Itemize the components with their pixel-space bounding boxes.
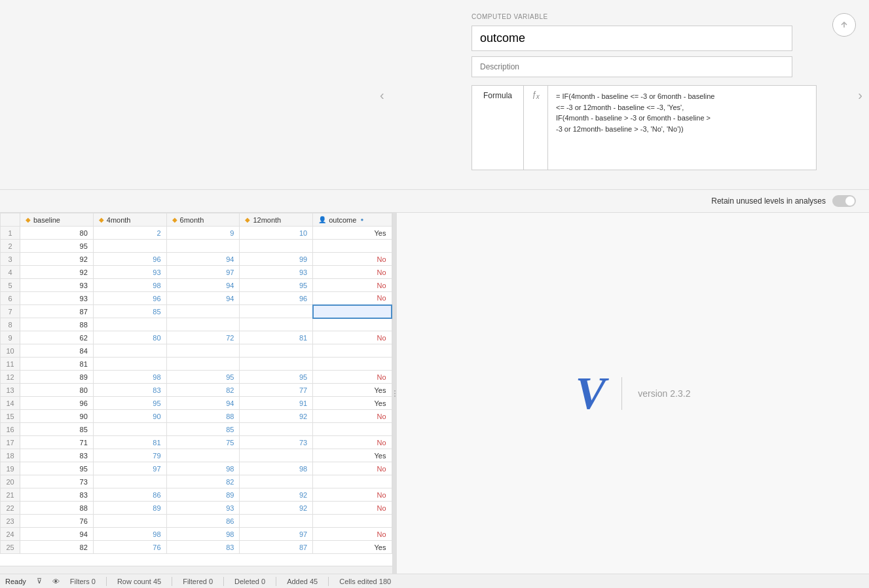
cell-12month[interactable] — [240, 318, 313, 331]
table-row[interactable]: 237686 — [1, 515, 392, 528]
cell-4month[interactable]: 93 — [93, 266, 166, 279]
cell-baseline[interactable]: 94 — [20, 528, 94, 541]
cell-4month[interactable]: 86 — [93, 488, 166, 502]
table-row[interactable]: 1590908892No — [1, 410, 392, 423]
cell-baseline[interactable]: 76 — [20, 515, 94, 528]
table-row[interactable]: 1496959491Yes — [1, 397, 392, 410]
cell-4month[interactable] — [93, 240, 166, 253]
cell-outcome[interactable]: No — [313, 502, 392, 515]
up-button[interactable] — [832, 13, 856, 37]
cell-6month[interactable] — [166, 240, 240, 253]
table-row[interactable]: 1289989595No — [1, 371, 392, 384]
col-header-baseline[interactable]: ◆ baseline — [20, 213, 94, 227]
cell-outcome[interactable]: No — [313, 253, 392, 266]
cell-4month[interactable]: 96 — [93, 292, 166, 305]
cell-baseline[interactable]: 62 — [20, 331, 94, 344]
table-row[interactable]: 1084 — [1, 344, 392, 358]
cell-outcome[interactable] — [313, 305, 392, 318]
cell-12month[interactable] — [240, 305, 313, 318]
cell-4month[interactable] — [93, 358, 166, 371]
cell-baseline[interactable]: 80 — [20, 227, 94, 240]
cell-outcome[interactable]: Yes — [313, 397, 392, 410]
eye-icon[interactable]: 👁 — [52, 578, 60, 585]
cell-baseline[interactable]: 96 — [20, 397, 94, 410]
cell-4month[interactable]: 79 — [93, 449, 166, 462]
cell-6month[interactable]: 88 — [166, 410, 240, 423]
table-row[interactable]: 693969496No — [1, 292, 392, 305]
cell-outcome[interactable] — [313, 318, 392, 331]
cell-6month[interactable]: 98 — [166, 528, 240, 541]
cell-outcome[interactable]: No — [313, 266, 392, 279]
cell-12month[interactable]: 87 — [240, 541, 313, 554]
cell-4month[interactable] — [93, 344, 166, 358]
cell-4month[interactable]: 80 — [93, 331, 166, 344]
cell-6month[interactable]: 95 — [166, 371, 240, 384]
cell-6month[interactable]: 85 — [166, 423, 240, 436]
cell-12month[interactable]: 92 — [240, 410, 313, 423]
cell-12month[interactable]: 73 — [240, 436, 313, 449]
table-row[interactable]: 392969499No — [1, 253, 392, 266]
cell-6month[interactable] — [166, 318, 240, 331]
table-row[interactable]: 962807281No — [1, 331, 392, 344]
cell-outcome[interactable]: No — [313, 331, 392, 344]
cell-12month[interactable]: 99 — [240, 253, 313, 266]
cell-6month[interactable]: 72 — [166, 331, 240, 344]
cell-12month[interactable]: 92 — [240, 502, 313, 515]
cell-baseline[interactable]: 83 — [20, 449, 94, 462]
cell-6month[interactable]: 82 — [166, 384, 240, 397]
cell-12month[interactable] — [240, 358, 313, 371]
cell-baseline[interactable]: 82 — [20, 541, 94, 554]
cell-baseline[interactable]: 93 — [20, 292, 94, 305]
data-table-wrapper[interactable]: ◆ baseline ◆ 4month — [0, 213, 392, 566]
table-row[interactable]: 1380838277Yes — [1, 384, 392, 397]
cell-4month[interactable]: 98 — [93, 371, 166, 384]
cell-6month[interactable] — [166, 344, 240, 358]
cell-12month[interactable]: 96 — [240, 292, 313, 305]
horizontal-scrollbar[interactable] — [0, 566, 392, 574]
cell-4month[interactable]: 90 — [93, 410, 166, 423]
cell-4month[interactable]: 98 — [93, 279, 166, 292]
cell-baseline[interactable]: 88 — [20, 318, 94, 331]
filter-icon[interactable]: ⊽ — [37, 577, 42, 585]
cell-outcome[interactable]: No — [313, 279, 392, 292]
cell-baseline[interactable]: 92 — [20, 266, 94, 279]
cell-6month[interactable]: 9 — [166, 227, 240, 240]
cell-4month[interactable]: 97 — [93, 462, 166, 475]
table-row[interactable]: 593989495No — [1, 279, 392, 292]
nav-left-arrow[interactable]: ‹ — [380, 87, 384, 102]
nav-right-arrow[interactable]: › — [858, 87, 862, 102]
cell-12month[interactable]: 91 — [240, 397, 313, 410]
cell-6month[interactable]: 75 — [166, 436, 240, 449]
cell-baseline[interactable]: 81 — [20, 358, 94, 371]
cell-4month[interactable]: 85 — [93, 305, 166, 318]
cell-12month[interactable] — [240, 344, 313, 358]
table-row[interactable]: 2494989897No — [1, 528, 392, 541]
cell-6month[interactable]: 86 — [166, 515, 240, 528]
cell-4month[interactable]: 89 — [93, 502, 166, 515]
cell-6month[interactable]: 89 — [166, 488, 240, 502]
col-header-4month[interactable]: ◆ 4month — [93, 213, 166, 227]
cell-baseline[interactable]: 73 — [20, 475, 94, 488]
cell-4month[interactable]: 2 — [93, 227, 166, 240]
cell-6month[interactable] — [166, 449, 240, 462]
table-row[interactable]: 188379Yes — [1, 449, 392, 462]
cell-outcome[interactable] — [313, 358, 392, 371]
col-header-6month[interactable]: ◆ 6month — [166, 213, 240, 227]
cell-baseline[interactable]: 89 — [20, 371, 94, 384]
cell-baseline[interactable]: 90 — [20, 410, 94, 423]
cell-outcome[interactable]: No — [313, 436, 392, 449]
cell-baseline[interactable]: 85 — [20, 423, 94, 436]
table-row[interactable]: 2183868992No — [1, 488, 392, 502]
cell-12month[interactable]: 95 — [240, 279, 313, 292]
cell-12month[interactable] — [240, 515, 313, 528]
cell-outcome[interactable]: No — [313, 371, 392, 384]
cell-12month[interactable] — [240, 449, 313, 462]
table-row[interactable]: 295 — [1, 240, 392, 253]
table-row[interactable]: 492939793No — [1, 266, 392, 279]
cell-12month[interactable]: 97 — [240, 528, 313, 541]
cell-outcome[interactable] — [313, 515, 392, 528]
cell-12month[interactable]: 93 — [240, 266, 313, 279]
cell-6month[interactable] — [166, 358, 240, 371]
cell-baseline[interactable]: 95 — [20, 240, 94, 253]
cell-6month[interactable]: 94 — [166, 279, 240, 292]
